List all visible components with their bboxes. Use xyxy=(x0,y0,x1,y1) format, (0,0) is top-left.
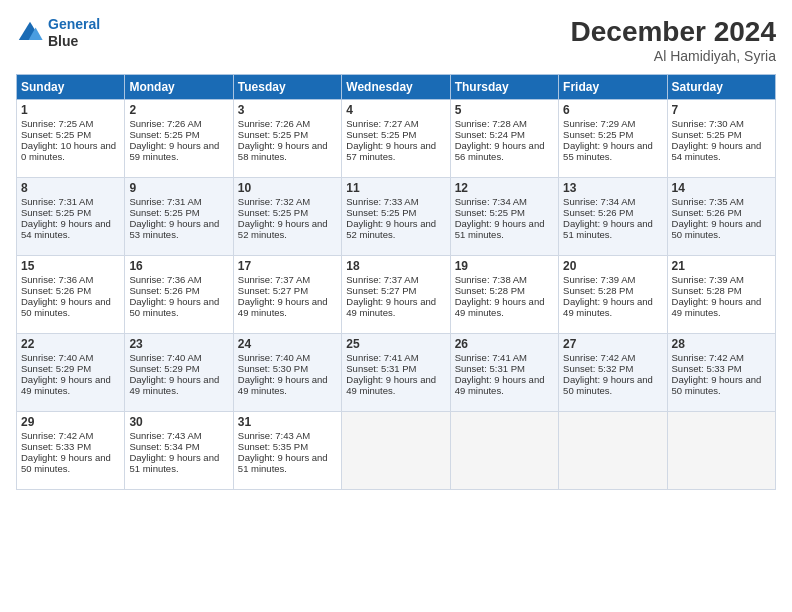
daylight-text: Daylight: 9 hours and 51 minutes. xyxy=(238,452,337,474)
daylight-text: Daylight: 9 hours and 52 minutes. xyxy=(238,218,337,240)
sunrise-text: Sunrise: 7:38 AM xyxy=(455,274,554,285)
calendar-cell: 30Sunrise: 7:43 AMSunset: 5:34 PMDayligh… xyxy=(125,412,233,490)
logo-line1: General xyxy=(48,16,100,32)
day-number: 31 xyxy=(238,415,337,429)
calendar-cell: 21Sunrise: 7:39 AMSunset: 5:28 PMDayligh… xyxy=(667,256,775,334)
day-number: 17 xyxy=(238,259,337,273)
sunrise-text: Sunrise: 7:37 AM xyxy=(346,274,445,285)
day-header-thursday: Thursday xyxy=(450,75,558,100)
calendar-cell: 2Sunrise: 7:26 AMSunset: 5:25 PMDaylight… xyxy=(125,100,233,178)
day-number: 22 xyxy=(21,337,120,351)
sunrise-text: Sunrise: 7:32 AM xyxy=(238,196,337,207)
calendar-cell: 5Sunrise: 7:28 AMSunset: 5:24 PMDaylight… xyxy=(450,100,558,178)
week-row-1: 1Sunrise: 7:25 AMSunset: 5:25 PMDaylight… xyxy=(17,100,776,178)
day-header-monday: Monday xyxy=(125,75,233,100)
calendar-cell: 10Sunrise: 7:32 AMSunset: 5:25 PMDayligh… xyxy=(233,178,341,256)
daylight-text: Daylight: 9 hours and 50 minutes. xyxy=(21,452,120,474)
sunset-text: Sunset: 5:29 PM xyxy=(129,363,228,374)
daylight-text: Daylight: 9 hours and 54 minutes. xyxy=(21,218,120,240)
sunrise-text: Sunrise: 7:30 AM xyxy=(672,118,771,129)
sunset-text: Sunset: 5:25 PM xyxy=(21,129,120,140)
daylight-text: Daylight: 9 hours and 51 minutes. xyxy=(563,218,662,240)
calendar-cell: 31Sunrise: 7:43 AMSunset: 5:35 PMDayligh… xyxy=(233,412,341,490)
sunrise-text: Sunrise: 7:34 AM xyxy=(563,196,662,207)
calendar-body: 1Sunrise: 7:25 AMSunset: 5:25 PMDaylight… xyxy=(17,100,776,490)
calendar-table: SundayMondayTuesdayWednesdayThursdayFrid… xyxy=(16,74,776,490)
title-block: December 2024 Al Hamidiyah, Syria xyxy=(571,16,776,64)
sunrise-text: Sunrise: 7:40 AM xyxy=(129,352,228,363)
daylight-text: Daylight: 9 hours and 49 minutes. xyxy=(563,296,662,318)
logo-line2: Blue xyxy=(48,33,100,50)
calendar-cell: 12Sunrise: 7:34 AMSunset: 5:25 PMDayligh… xyxy=(450,178,558,256)
sunset-text: Sunset: 5:25 PM xyxy=(129,207,228,218)
daylight-text: Daylight: 9 hours and 58 minutes. xyxy=(238,140,337,162)
day-header-friday: Friday xyxy=(559,75,667,100)
day-number: 19 xyxy=(455,259,554,273)
daylight-text: Daylight: 9 hours and 51 minutes. xyxy=(129,452,228,474)
day-number: 1 xyxy=(21,103,120,117)
sunset-text: Sunset: 5:31 PM xyxy=(455,363,554,374)
month-title: December 2024 xyxy=(571,16,776,48)
daylight-text: Daylight: 9 hours and 51 minutes. xyxy=(455,218,554,240)
sunset-text: Sunset: 5:25 PM xyxy=(238,129,337,140)
sunset-text: Sunset: 5:26 PM xyxy=(563,207,662,218)
calendar-cell: 20Sunrise: 7:39 AMSunset: 5:28 PMDayligh… xyxy=(559,256,667,334)
sunrise-text: Sunrise: 7:40 AM xyxy=(21,352,120,363)
calendar-cell: 24Sunrise: 7:40 AMSunset: 5:30 PMDayligh… xyxy=(233,334,341,412)
day-number: 4 xyxy=(346,103,445,117)
calendar-cell: 28Sunrise: 7:42 AMSunset: 5:33 PMDayligh… xyxy=(667,334,775,412)
sunset-text: Sunset: 5:25 PM xyxy=(346,207,445,218)
sunset-text: Sunset: 5:29 PM xyxy=(21,363,120,374)
day-number: 7 xyxy=(672,103,771,117)
calendar-cell: 17Sunrise: 7:37 AMSunset: 5:27 PMDayligh… xyxy=(233,256,341,334)
sunset-text: Sunset: 5:28 PM xyxy=(672,285,771,296)
sunset-text: Sunset: 5:25 PM xyxy=(455,207,554,218)
day-header-wednesday: Wednesday xyxy=(342,75,450,100)
sunrise-text: Sunrise: 7:42 AM xyxy=(21,430,120,441)
sunset-text: Sunset: 5:25 PM xyxy=(672,129,771,140)
calendar-cell xyxy=(667,412,775,490)
daylight-text: Daylight: 9 hours and 49 minutes. xyxy=(455,296,554,318)
sunrise-text: Sunrise: 7:37 AM xyxy=(238,274,337,285)
calendar-cell xyxy=(342,412,450,490)
calendar-cell: 25Sunrise: 7:41 AMSunset: 5:31 PMDayligh… xyxy=(342,334,450,412)
sunset-text: Sunset: 5:30 PM xyxy=(238,363,337,374)
daylight-text: Daylight: 9 hours and 50 minutes. xyxy=(129,296,228,318)
sunset-text: Sunset: 5:33 PM xyxy=(21,441,120,452)
sunset-text: Sunset: 5:27 PM xyxy=(346,285,445,296)
sunset-text: Sunset: 5:35 PM xyxy=(238,441,337,452)
sunset-text: Sunset: 5:26 PM xyxy=(129,285,228,296)
daylight-text: Daylight: 9 hours and 50 minutes. xyxy=(21,296,120,318)
day-number: 25 xyxy=(346,337,445,351)
daylight-text: Daylight: 10 hours and 0 minutes. xyxy=(21,140,120,162)
daylight-text: Daylight: 9 hours and 50 minutes. xyxy=(563,374,662,396)
calendar-cell: 19Sunrise: 7:38 AMSunset: 5:28 PMDayligh… xyxy=(450,256,558,334)
daylight-text: Daylight: 9 hours and 49 minutes. xyxy=(238,296,337,318)
logo-text: General Blue xyxy=(48,16,100,50)
week-row-3: 15Sunrise: 7:36 AMSunset: 5:26 PMDayligh… xyxy=(17,256,776,334)
day-number: 16 xyxy=(129,259,228,273)
calendar-cell: 6Sunrise: 7:29 AMSunset: 5:25 PMDaylight… xyxy=(559,100,667,178)
day-number: 21 xyxy=(672,259,771,273)
day-number: 14 xyxy=(672,181,771,195)
calendar-cell: 4Sunrise: 7:27 AMSunset: 5:25 PMDaylight… xyxy=(342,100,450,178)
calendar-cell: 7Sunrise: 7:30 AMSunset: 5:25 PMDaylight… xyxy=(667,100,775,178)
sunset-text: Sunset: 5:34 PM xyxy=(129,441,228,452)
sunset-text: Sunset: 5:25 PM xyxy=(346,129,445,140)
sunset-text: Sunset: 5:28 PM xyxy=(563,285,662,296)
calendar-cell: 9Sunrise: 7:31 AMSunset: 5:25 PMDaylight… xyxy=(125,178,233,256)
daylight-text: Daylight: 9 hours and 49 minutes. xyxy=(455,374,554,396)
calendar-cell: 29Sunrise: 7:42 AMSunset: 5:33 PMDayligh… xyxy=(17,412,125,490)
day-number: 26 xyxy=(455,337,554,351)
daylight-text: Daylight: 9 hours and 57 minutes. xyxy=(346,140,445,162)
week-row-2: 8Sunrise: 7:31 AMSunset: 5:25 PMDaylight… xyxy=(17,178,776,256)
sunset-text: Sunset: 5:28 PM xyxy=(455,285,554,296)
day-number: 10 xyxy=(238,181,337,195)
sunset-text: Sunset: 5:25 PM xyxy=(129,129,228,140)
sunrise-text: Sunrise: 7:34 AM xyxy=(455,196,554,207)
daylight-text: Daylight: 9 hours and 54 minutes. xyxy=(672,140,771,162)
day-number: 8 xyxy=(21,181,120,195)
sunrise-text: Sunrise: 7:36 AM xyxy=(21,274,120,285)
day-header-saturday: Saturday xyxy=(667,75,775,100)
sunrise-text: Sunrise: 7:29 AM xyxy=(563,118,662,129)
